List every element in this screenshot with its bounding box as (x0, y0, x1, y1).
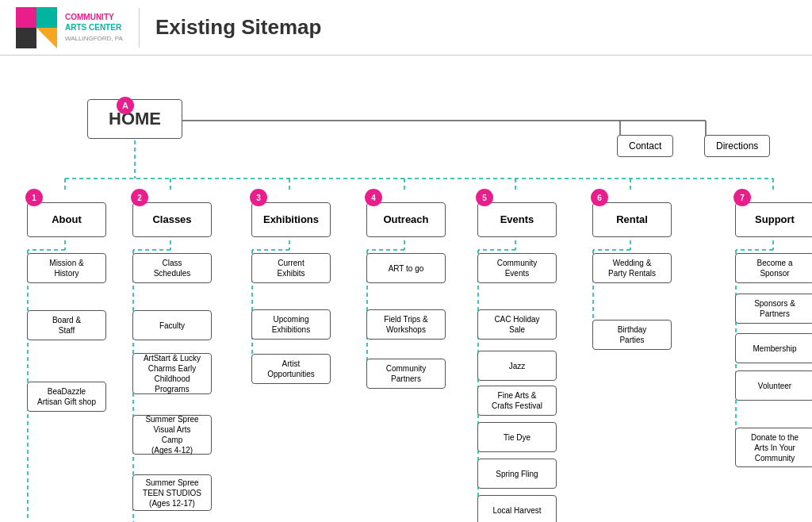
sitemap-area: A HOME Contact Directions 1 About 2 Clas… (0, 56, 812, 522)
leaf-beadazzle: BeaDazzleArtisan Gift shop (27, 382, 106, 412)
node-events: Events (477, 202, 557, 237)
leaf-summer-spree-2: Summer SpreeTEEN STUDIOS(Ages 12-17) (132, 474, 212, 511)
svg-rect-0 (16, 7, 36, 28)
badge-5: 5 (476, 189, 493, 206)
leaf-sponsors-partners: Sponsors &Partners (735, 294, 812, 324)
leaf-art-to-go: ART to go (366, 253, 446, 283)
svg-rect-1 (36, 7, 57, 28)
directions-box: Directions (704, 135, 770, 157)
contact-box: Contact (617, 135, 673, 157)
leaf-upcoming-exhibitions: UpcomingExhibitions (251, 309, 331, 340)
sitemap: A HOME Contact Directions 1 About 2 Clas… (16, 56, 796, 522)
leaf-class-schedules: ClassSchedules (132, 253, 212, 283)
leaf-artist-opportunities: ArtistOpportunities (251, 354, 331, 384)
leaf-current-exhibits: CurrentExhibits (251, 253, 331, 283)
leaf-wedding-party: Wedding &Party Rentals (592, 253, 672, 283)
leaf-volunteer: Volunteer (735, 370, 812, 401)
leaf-artstart: ArtStart & LuckyCharms EarlyChildhoodPro… (132, 353, 212, 394)
svg-rect-2 (16, 28, 36, 48)
leaf-spring-fling: Spring Fling (477, 459, 557, 489)
badge-3: 3 (250, 189, 267, 206)
leaf-summer-spree-1: Summer SpreeVisual ArtsCamp(Ages 4-12) (132, 415, 212, 455)
badge-7: 7 (733, 189, 751, 206)
node-about: About (27, 202, 106, 237)
node-exhibitions: Exhibitions (251, 202, 331, 237)
badge-2: 2 (131, 189, 148, 206)
leaf-community-partners: CommunityPartners (366, 359, 446, 389)
leaf-community-events: CommunityEvents (477, 253, 557, 283)
leaf-local-harvest: Local Harvest (477, 495, 557, 522)
logo-icon (16, 7, 57, 48)
leaf-field-trips: Field Trips &Workshops (366, 309, 446, 340)
node-rental: Rental (592, 202, 672, 237)
leaf-birthday-parties: BirthdayParties (592, 320, 672, 350)
node-support: Support (735, 202, 812, 237)
node-outreach: Outreach (366, 202, 446, 237)
badge-4: 4 (365, 189, 382, 206)
svg-marker-3 (36, 28, 57, 48)
logo-area: COMMUNITY ARTS CENTER WALLINGFORD, PA (16, 7, 123, 48)
leaf-donate-community: Donate to theArts In YourCommunity (735, 428, 812, 467)
header: COMMUNITY ARTS CENTER WALLINGFORD, PA Ex… (0, 0, 812, 56)
leaf-mission-history: Mission &History (27, 253, 106, 283)
badge-a: A (117, 97, 134, 114)
node-home: HOME (87, 99, 182, 139)
badge-1: 1 (25, 189, 43, 206)
header-divider (139, 8, 140, 48)
leaf-board-staff: Board &Staff (27, 310, 106, 340)
leaf-jazz: Jazz (477, 351, 557, 381)
page-title: Existing Sitemap (155, 15, 322, 40)
leaf-cac-holiday: CAC HolidaySale (477, 309, 557, 340)
leaf-fine-arts: Fine Arts &Crafts Festival (477, 386, 557, 416)
leaf-become-sponsor: Become aSponsor (735, 253, 812, 283)
leaf-tie-dye: Tie Dye (477, 422, 557, 452)
node-classes: Classes (132, 202, 212, 237)
badge-6: 6 (591, 189, 608, 206)
leaf-membership: Membership (735, 333, 812, 363)
leaf-faculty: Faculty (132, 310, 212, 340)
